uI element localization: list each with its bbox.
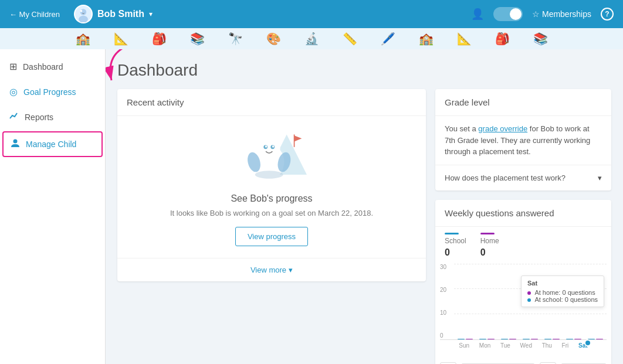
chart-next-button[interactable]: › [540, 362, 556, 365]
tooltip-home-dot [527, 291, 531, 295]
banner-icon-6: 🎨 [266, 32, 281, 46]
home-legend: Home 0 [480, 233, 499, 258]
bar-group-tue [501, 339, 516, 339]
school-legend-value: 0 [445, 247, 466, 258]
bar-group-sun [458, 339, 473, 339]
weekly-questions-card: Weekly questions answered School 0 Home … [435, 200, 611, 365]
banner-icon-12: 🎒 [495, 32, 510, 46]
svg-point-13 [265, 145, 267, 147]
bar-home-tue [509, 339, 516, 339]
banner-icon-1: 🏫 [76, 32, 90, 46]
sidebar-item-dashboard[interactable]: ⊞ Dashboard [0, 54, 105, 79]
bar-school-sun [458, 339, 465, 339]
x-labels: Sun Mon Tue Wed Thu Fri Sat [440, 340, 607, 349]
header-user: Bob Smith ▾ [74, 5, 153, 23]
chart-area: 30 20 10 0 [440, 264, 607, 340]
svg-point-14 [272, 145, 274, 147]
banner-icon-13: 📚 [533, 32, 548, 46]
toggle-knob [510, 8, 522, 20]
x-label-mon: Mon [479, 342, 490, 349]
avatar-icon [75, 6, 92, 22]
tooltip-school-row: At school: 0 questions [527, 296, 598, 303]
bar-group-thu [544, 339, 560, 339]
activity-desc: It looks like Bob is working on a goal s… [170, 209, 373, 217]
activity-content: See Bob's progress It looks like Bob is … [117, 116, 426, 258]
bar-school-thu [544, 339, 551, 339]
bar-home-wed [531, 339, 538, 339]
chart-prev-button[interactable]: ‹ [440, 362, 456, 365]
header-right: 👤 ☆ Memberships ? [471, 7, 614, 21]
tooltip-title: Sat [527, 280, 598, 287]
chart-tooltip: Sat At home: 0 questions At school: 0 qu… [521, 275, 604, 307]
reports-icon [9, 111, 19, 123]
sidebar-item-goal-progress[interactable]: ◎ Goal Progress [0, 79, 105, 104]
bar-group-wed [523, 339, 538, 339]
star-icon: ☆ [532, 9, 540, 19]
svg-point-3 [80, 10, 83, 12]
sidebar-item-manage-child[interactable]: Manage Child [2, 131, 103, 157]
recent-activity-card: Recent activity [117, 89, 426, 281]
chevron-down-icon: ▾ [289, 266, 293, 274]
sidebar-item-label: Dashboard [23, 62, 63, 72]
banner-icon-2: 📐 [114, 32, 128, 46]
tooltip-school-dot [527, 298, 531, 302]
x-label-tue: Tue [500, 342, 510, 349]
view-more-label: View more [250, 266, 286, 274]
x-label-fri: Fri [562, 342, 569, 349]
grade-override-link[interactable]: grade override [478, 124, 527, 133]
x-label-wed: Wed [520, 342, 532, 349]
account-icon[interactable]: 👤 [471, 8, 484, 21]
sidebar-item-reports[interactable]: Reports [0, 104, 105, 130]
bar-home-thu [553, 339, 560, 339]
toggle-switch[interactable] [493, 7, 523, 21]
bar-school-sat [588, 339, 595, 339]
school-legend-line [445, 233, 459, 234]
main-content: Dashboard Recent activity [106, 49, 623, 364]
banner-icon-11: 📐 [457, 32, 472, 46]
banner-icon-10: 🏫 [419, 32, 434, 46]
bar-school-tue [501, 339, 508, 339]
memberships-button[interactable]: ☆ Memberships [532, 9, 591, 19]
weekly-header: Weekly questions answered [435, 200, 611, 227]
bar-school-wed [523, 339, 530, 339]
bar-home-mon [487, 339, 495, 339]
bar-group-sat [588, 339, 603, 339]
tooltip-home-label: At home: 0 questions [534, 289, 595, 296]
svg-point-15 [255, 171, 283, 179]
dropdown-icon[interactable]: ▾ [149, 10, 153, 18]
y-label-20: 20 [440, 287, 446, 293]
view-progress-button[interactable]: View progress [235, 227, 308, 246]
svg-point-1 [80, 9, 87, 15]
svg-marker-8 [294, 135, 302, 141]
back-link[interactable]: ← My Children [9, 10, 60, 19]
banner-icon-5: 🔭 [228, 32, 243, 46]
goal-progress-icon: ◎ [9, 86, 18, 97]
y-label-0: 0 [440, 332, 446, 339]
svg-point-10 [258, 138, 280, 160]
grade-description: You set a grade override for Bob to work… [445, 123, 602, 158]
grade-level-header: Grade level [435, 89, 611, 116]
help-button[interactable]: ? [601, 8, 614, 21]
school-legend: School 0 [445, 233, 466, 258]
activity-title: See Bob's progress [231, 193, 312, 204]
layout: ⊞ Dashboard ◎ Goal Progress Reports Mana… [0, 49, 623, 364]
view-more-row[interactable]: View more ▾ [117, 258, 426, 281]
bar-home-sun [466, 339, 473, 339]
placement-row[interactable]: How does the placement test work? ▾ [435, 165, 611, 190]
dot-indicator [584, 339, 591, 346]
grade-desc-before: You set a [445, 124, 478, 133]
bar-home-fri [574, 339, 581, 339]
chevron-down-icon: ▾ [598, 174, 602, 182]
header-username: Bob Smith [97, 9, 144, 19]
mountain-illustration [236, 128, 307, 186]
legend-row: School 0 Home 0 [435, 227, 611, 264]
chart-container: 30 20 10 0 [435, 264, 611, 358]
banner-icon-7: 🔬 [304, 32, 319, 46]
bar-group-mon [479, 339, 495, 339]
grade-level-body: You set a grade override for Bob to work… [435, 116, 611, 165]
bar-school-fri [566, 339, 573, 339]
page-title: Dashboard [117, 61, 611, 80]
cards-row: Recent activity [117, 89, 611, 364]
grade-level-card: Grade level You set a grade override for… [435, 89, 611, 190]
banner-strip: 🏫 📐 🎒 📚 🔭 🎨 🔬 📏 🖊️ 🏫 📐 🎒 📚 [0, 28, 623, 49]
